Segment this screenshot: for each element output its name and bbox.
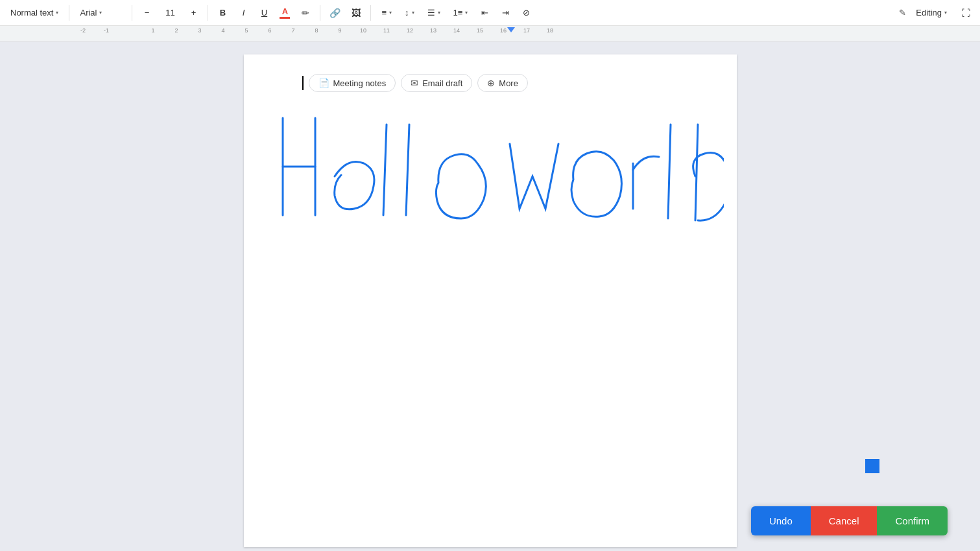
underline-icon: U: [261, 8, 267, 18]
text-cursor: [302, 76, 304, 90]
indent-decrease-button[interactable]: ⇤: [475, 3, 494, 23]
color-indicator-square: [865, 459, 879, 473]
clear-formatting-icon: ⊘: [523, 8, 530, 18]
meeting-notes-chip[interactable]: 📄 Meeting notes: [309, 74, 396, 92]
ruler-mark: -2: [80, 27, 86, 34]
text-color-bar: [280, 17, 290, 19]
divider-4: [320, 5, 320, 21]
ruler-mark: 8: [315, 27, 318, 34]
underline-button[interactable]: U: [255, 3, 273, 23]
numbered-list-chevron: ▾: [465, 10, 468, 16]
indent-decrease-icon: ⇤: [481, 8, 488, 18]
ruler-mark: 16: [500, 27, 507, 34]
ruler-mark: 10: [360, 27, 366, 34]
suggestions-row: 📄 Meeting notes ✉ Email draft ⊕ More: [302, 74, 711, 92]
handwriting-svg: [270, 105, 724, 267]
italic-button[interactable]: I: [234, 3, 252, 23]
divider-5: [370, 5, 371, 21]
ruler-mark: 12: [407, 27, 413, 34]
bold-button[interactable]: B: [213, 3, 232, 23]
editing-mode-label: Editing: [916, 8, 942, 18]
ruler-mark: 6: [268, 27, 271, 34]
highlight-button[interactable]: ✏: [296, 3, 315, 23]
email-draft-label: Email draft: [422, 78, 462, 88]
alignment-icon: ≡: [381, 8, 387, 18]
more-label: More: [499, 78, 518, 88]
ruler-mark: -1: [104, 27, 109, 34]
paragraph-style-label: Normal text: [10, 8, 53, 18]
divider-3: [208, 5, 208, 21]
undo-button[interactable]: Undo: [751, 506, 811, 535]
link-button[interactable]: 🔗: [326, 3, 344, 23]
ruler-position-marker: [507, 27, 515, 32]
document-page[interactable]: 📄 Meeting notes ✉ Email draft ⊕ More: [244, 54, 737, 547]
insert-image-button[interactable]: 🖼: [347, 3, 365, 23]
handwriting-area: [270, 105, 711, 267]
ruler-mark: 17: [523, 27, 530, 34]
editing-section: ✎ Editing ▾ ⛶: [899, 3, 975, 23]
pencil-icon: ✎: [899, 8, 906, 18]
ruler-mark: 14: [453, 27, 460, 34]
numbered-list-icon: 1≡: [453, 8, 463, 18]
font-size-increase-button[interactable]: +: [184, 3, 202, 23]
text-color-indicator: A: [280, 6, 290, 19]
more-icon: ⊕: [487, 78, 495, 88]
main-area: 📄 Meeting notes ✉ Email draft ⊕ More: [0, 41, 980, 551]
email-draft-icon: ✉: [411, 78, 418, 88]
ruler-mark: 3: [198, 27, 201, 34]
email-draft-chip[interactable]: ✉ Email draft: [401, 74, 472, 92]
ruler-mark: 13: [430, 27, 436, 34]
divider-1: [69, 5, 69, 21]
bold-icon: B: [220, 8, 226, 18]
ruler-mark: 18: [547, 27, 553, 34]
ruler-mark: 5: [245, 27, 248, 34]
ruler-mark: 2: [174, 27, 178, 34]
indent-increase-button[interactable]: ⇥: [496, 3, 514, 23]
font-name-dropdown[interactable]: Arial ▾: [75, 3, 126, 23]
font-size-value[interactable]: 11: [158, 3, 182, 23]
cancel-button[interactable]: Cancel: [811, 506, 878, 535]
editing-mode-dropdown[interactable]: Editing ▾: [909, 5, 954, 21]
ruler-mark: 7: [291, 27, 294, 34]
plus-icon: +: [191, 8, 197, 18]
divider-2: [132, 5, 132, 21]
font-name-label: Arial: [80, 8, 97, 18]
ruler: -2 -1 1 2 3 4 5 6 7 8 9 10 11 12 13 14 1…: [0, 26, 980, 41]
text-color-button[interactable]: A: [276, 3, 294, 23]
alignment-dropdown[interactable]: ≡ ▾: [376, 3, 397, 23]
more-chip[interactable]: ⊕ More: [477, 74, 528, 92]
clear-formatting-button[interactable]: ⊘: [517, 3, 535, 23]
image-icon: 🖼: [352, 8, 361, 18]
ruler-mark: 4: [221, 27, 224, 34]
checklist-chevron: ▾: [438, 10, 440, 16]
font-name-chevron: ▾: [99, 10, 102, 16]
line-spacing-chevron: ▾: [412, 10, 414, 16]
ruler-mark: 11: [383, 27, 390, 34]
meeting-notes-icon: 📄: [318, 78, 329, 88]
ruler-mark: 15: [477, 27, 483, 34]
text-color-a: A: [282, 6, 288, 16]
highlight-icon: ✏: [302, 8, 309, 18]
indent-increase-icon: ⇥: [502, 8, 509, 18]
editing-mode-chevron: ▾: [944, 10, 947, 16]
confirm-button[interactable]: Confirm: [877, 506, 948, 535]
action-buttons: Undo Cancel Confirm: [751, 506, 948, 535]
font-size-decrease-button[interactable]: −: [137, 3, 156, 23]
link-icon: 🔗: [329, 8, 341, 18]
italic-icon: I: [243, 8, 245, 18]
paragraph-style-chevron: ▾: [56, 10, 58, 16]
line-spacing-icon: ↕: [405, 8, 409, 18]
line-spacing-dropdown[interactable]: ↕ ▾: [400, 3, 420, 23]
meeting-notes-label: Meeting notes: [333, 78, 387, 88]
expand-icon: ⛶: [961, 8, 970, 18]
expand-button[interactable]: ⛶: [957, 3, 975, 23]
toolbar: Normal text ▾ Arial ▾ − 11 + B I U A ✏: [0, 0, 980, 26]
checklist-dropdown[interactable]: ☰ ▾: [422, 3, 446, 23]
checklist-icon: ☰: [427, 8, 435, 18]
ruler-mark: 9: [338, 27, 341, 34]
paragraph-style-dropdown[interactable]: Normal text ▾: [5, 3, 64, 23]
alignment-chevron: ▾: [389, 10, 392, 16]
minus-icon: −: [145, 8, 150, 18]
ruler-mark: 1: [151, 27, 154, 34]
numbered-list-dropdown[interactable]: 1≡ ▾: [448, 3, 473, 23]
